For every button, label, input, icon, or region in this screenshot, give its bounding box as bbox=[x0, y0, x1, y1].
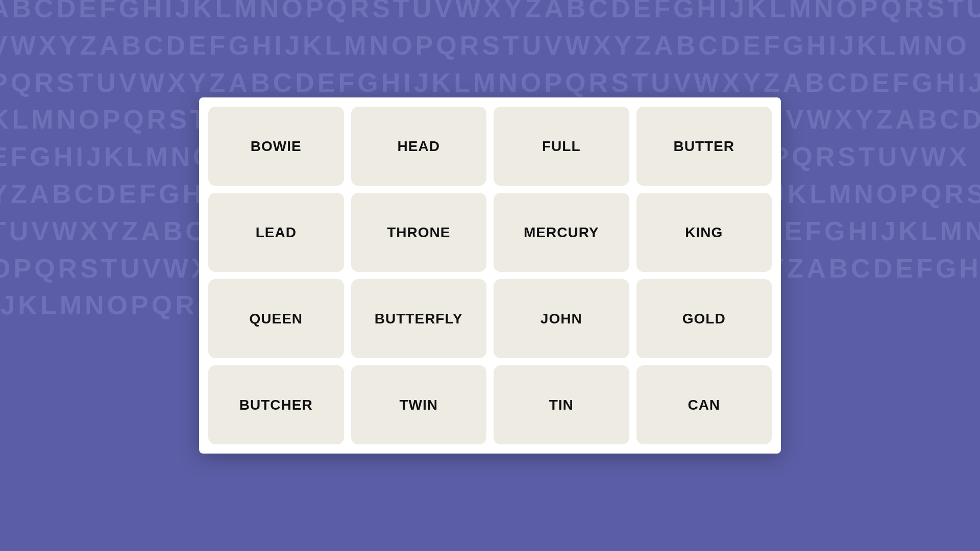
cell-john[interactable]: JOHN bbox=[494, 279, 629, 358]
cell-full[interactable]: FULL bbox=[494, 107, 629, 186]
cell-bowie[interactable]: BOWIE bbox=[208, 107, 344, 186]
cell-butter[interactable]: BUTTER bbox=[636, 107, 772, 186]
cell-label-full: FULL bbox=[542, 138, 581, 155]
cell-label-john: JOHN bbox=[541, 311, 582, 327]
cell-label-butcher: BUTCHER bbox=[239, 397, 313, 413]
cell-butterfly[interactable]: BUTTERFLY bbox=[351, 279, 487, 358]
cell-lead[interactable]: LEAD bbox=[208, 193, 344, 272]
cell-tin[interactable]: TIN bbox=[494, 365, 629, 444]
cell-gold[interactable]: GOLD bbox=[636, 279, 772, 358]
cell-head[interactable]: HEAD bbox=[351, 107, 487, 186]
cell-label-head: HEAD bbox=[398, 138, 440, 155]
cell-twin[interactable]: TWIN bbox=[351, 365, 487, 444]
cell-throne[interactable]: THRONE bbox=[351, 193, 487, 272]
cell-label-gold: GOLD bbox=[682, 311, 726, 327]
word-grid: BOWIEHEADFULLBUTTERLEADTHRONEMERCURYKING… bbox=[208, 107, 772, 444]
cell-mercury[interactable]: MERCURY bbox=[494, 193, 629, 272]
cell-label-queen: QUEEN bbox=[249, 311, 303, 327]
cell-butcher[interactable]: BUTCHER bbox=[208, 365, 344, 444]
cell-queen[interactable]: QUEEN bbox=[208, 279, 344, 358]
cell-label-butterfly: BUTTERFLY bbox=[375, 311, 463, 327]
cell-label-twin: TWIN bbox=[399, 397, 438, 413]
cell-label-lead: LEAD bbox=[256, 224, 297, 241]
cell-label-tin: TIN bbox=[549, 397, 574, 413]
cell-label-mercury: MERCURY bbox=[524, 224, 599, 241]
cell-label-bowie: BOWIE bbox=[251, 138, 302, 155]
cell-label-can: CAN bbox=[688, 397, 720, 413]
cell-label-butter: BUTTER bbox=[673, 138, 734, 155]
cell-can[interactable]: CAN bbox=[636, 365, 772, 444]
cell-label-throne: THRONE bbox=[387, 224, 450, 241]
card-panel: BOWIEHEADFULLBUTTERLEADTHRONEMERCURYKING… bbox=[199, 97, 781, 454]
cell-king[interactable]: KING bbox=[636, 193, 772, 272]
cell-label-king: KING bbox=[685, 224, 723, 241]
